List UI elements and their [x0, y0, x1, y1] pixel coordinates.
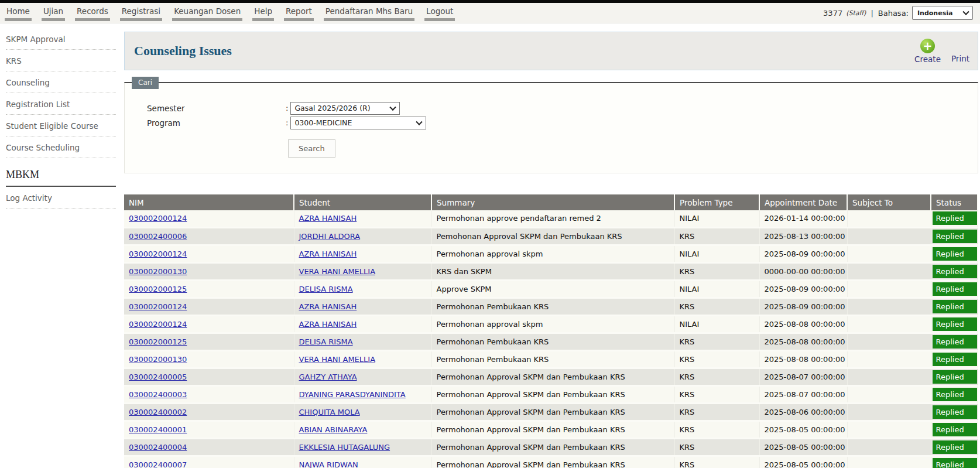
student-link[interactable]: GAHZY ATHAYA: [299, 373, 357, 381]
student-link[interactable]: AZRA HANISAH: [299, 302, 357, 311]
sidebar-item-counseling[interactable]: Counseling: [6, 71, 116, 93]
student-link[interactable]: CHIQUITA MOLA: [299, 408, 360, 416]
nav-item-help[interactable]: Help: [252, 6, 274, 21]
student-link[interactable]: AZRA HANISAH: [299, 320, 357, 329]
nim-cell: 030002400002: [124, 403, 294, 421]
status-cell: Replied: [931, 456, 978, 468]
summary-cell: Approve SKPM: [431, 280, 674, 298]
subject-to-cell: [847, 280, 931, 298]
table-row: 030002400001ABIAN ABINARAYAPermohonan Ap…: [124, 421, 978, 438]
semester-select-wrap: Gasal 2025/2026 (R): [290, 102, 400, 115]
nim-link[interactable]: 030002400003: [129, 390, 187, 399]
status-badge: Replied: [933, 300, 977, 313]
nim-link[interactable]: 030002000124: [129, 250, 187, 258]
column-header-appointment-date: Appointment Date: [759, 194, 847, 210]
student-link[interactable]: AZRA HANISAH: [299, 214, 357, 223]
summary-cell: Permohonan Approval SKPM dan Pembukaan K…: [431, 438, 674, 456]
status-cell: Replied: [931, 368, 978, 385]
nim-link[interactable]: 030002000124: [129, 214, 187, 223]
appointment-date-cell: 2025-08-06 00:00:00: [759, 403, 847, 421]
subject-to-cell: [847, 403, 931, 421]
student-cell: AZRA HANISAH: [294, 210, 431, 227]
nim-link[interactable]: 030002000125: [129, 285, 187, 293]
print-button[interactable]: Print: [951, 54, 969, 64]
problem-type-cell: KRS: [674, 403, 759, 421]
nav-item-pendaftaran-mhs-baru[interactable]: Pendaftaran Mhs Baru: [324, 6, 414, 21]
status-cell: Replied: [931, 245, 978, 262]
sidebar-item-course-scheduling[interactable]: Course Scheduling: [6, 136, 116, 158]
student-cell: AZRA HANISAH: [294, 315, 431, 333]
student-link[interactable]: ABIAN ABINARAYA: [299, 425, 368, 434]
nim-link[interactable]: 030002400004: [129, 443, 187, 452]
nim-cell: 030002000124: [124, 210, 294, 227]
student-cell: ABIAN ABINARAYA: [294, 421, 431, 438]
nim-cell: 030002400005: [124, 368, 294, 385]
sidebar-section-items: Log Activity: [6, 187, 116, 209]
nim-cell: 030002000125: [124, 280, 294, 298]
nim-cell: 030002400006: [124, 227, 294, 245]
appointment-date-cell: 2025-08-08 00:00:00: [759, 315, 847, 333]
search-button[interactable]: Search: [288, 139, 335, 158]
nim-link[interactable]: 030002400001: [129, 425, 187, 434]
sidebar-item-krs[interactable]: KRS: [6, 50, 116, 71]
sidebar-item-student-eligible-course[interactable]: Student Eligible Course: [6, 115, 116, 136]
student-link[interactable]: EKKLESIA HUTAGALUNG: [299, 443, 390, 452]
status-cell: Replied: [931, 333, 978, 350]
search-panel: Cari Semester:Gasal 2025/2026 (R)Program…: [124, 82, 978, 173]
appointment-date-cell: 2026-01-14 00:00:00: [759, 210, 847, 227]
nim-link[interactable]: 030002000130: [129, 355, 187, 364]
student-link[interactable]: AZRA HANISAH: [299, 250, 357, 258]
nav-item-registrasi[interactable]: Registrasi: [120, 6, 162, 21]
table-row: 030002400006JORDHI ALDORAPemohonan Appro…: [124, 227, 978, 245]
student-cell: GAHZY ATHAYA: [294, 368, 431, 385]
nim-link[interactable]: 030002400006: [129, 232, 187, 241]
student-link[interactable]: JORDHI ALDORA: [299, 232, 361, 241]
nim-link[interactable]: 030002000124: [129, 320, 187, 329]
subject-to-cell: [847, 315, 931, 333]
student-cell: NAJWA RIDWAN: [294, 456, 431, 468]
sidebar-item-log-activity[interactable]: Log Activity: [6, 187, 116, 209]
student-link[interactable]: VERA HANI AMELLIA: [299, 267, 376, 276]
student-link[interactable]: DYANING PARASDYANINDITA: [299, 390, 406, 399]
appointment-date-cell: 2025-08-07 00:00:00: [759, 385, 847, 403]
nav-item-records[interactable]: Records: [75, 6, 110, 21]
student-link[interactable]: DELISA RISMA: [299, 337, 353, 346]
summary-cell: Permohonan Approval SKPM dan Pembukaan K…: [431, 421, 674, 438]
student-link[interactable]: NAJWA RIDWAN: [299, 460, 358, 468]
nav-item-report[interactable]: Report: [284, 6, 314, 21]
sidebar: SKPM ApprovalKRSCounselingRegistration L…: [0, 23, 124, 209]
nim-link[interactable]: 030002000124: [129, 302, 187, 311]
student-cell: AZRA HANISAH: [294, 245, 431, 262]
status-badge: Replied: [933, 353, 977, 366]
student-link[interactable]: DELISA RISMA: [299, 285, 353, 293]
nav-item-keuangan-dosen[interactable]: Keuangan Dosen: [172, 6, 242, 21]
sidebar-item-skpm-approval[interactable]: SKPM Approval: [6, 28, 116, 50]
nim-link[interactable]: 030002000130: [129, 267, 187, 276]
nav-item-logout[interactable]: Logout: [424, 6, 455, 21]
nim-link[interactable]: 030002400007: [129, 460, 187, 468]
nim-cell: 030002000124: [124, 245, 294, 262]
summary-cell: Permohonan Pembukaan KRS: [431, 298, 674, 315]
sidebar-item-registration-list[interactable]: Registration List: [6, 93, 116, 115]
create-button[interactable]: + Create: [914, 39, 941, 64]
counseling-issues-table: NIMStudentSummaryProblem TypeAppointment…: [124, 194, 978, 468]
summary-cell: Permohonan Approval SKPM dan Pembukaan K…: [431, 456, 674, 468]
student-cell: JORDHI ALDORA: [294, 227, 431, 245]
student-cell: DELISA RISMA: [294, 280, 431, 298]
language-select[interactable]: Indonesia: [912, 6, 973, 20]
semester-select[interactable]: Gasal 2025/2026 (R): [290, 102, 400, 115]
program-select[interactable]: 0300-MEDICINE: [290, 117, 426, 129]
nim-link[interactable]: 030002400005: [129, 373, 187, 381]
column-header-summary: Summary: [431, 194, 674, 210]
nim-link[interactable]: 030002000125: [129, 337, 187, 346]
nim-link[interactable]: 030002400002: [129, 408, 187, 416]
nim-cell: 030002400007: [124, 456, 294, 468]
nav-item-ujian[interactable]: Ujian: [42, 6, 65, 21]
nav-item-home[interactable]: Home: [5, 6, 32, 21]
program-label: Program: [147, 118, 286, 128]
student-link[interactable]: VERA HANI AMELLIA: [299, 355, 376, 364]
status-cell: Replied: [931, 403, 978, 421]
table-row: 030002000130VERA HANI AMELLIAPermohonan …: [124, 350, 978, 368]
problem-type-cell: KRS: [674, 368, 759, 385]
student-cell: DELISA RISMA: [294, 333, 431, 350]
